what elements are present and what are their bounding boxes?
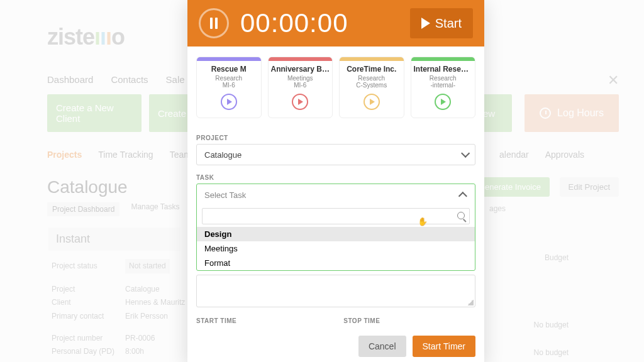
play-circle-icon[interactable] xyxy=(364,94,380,110)
start-timer-button[interactable]: Start Timer xyxy=(413,336,475,357)
play-icon xyxy=(421,18,430,29)
timer-modal: 00:00:00 Start Rescue M Research MI-6 An… xyxy=(187,0,484,362)
task-option-design[interactable]: Design xyxy=(197,227,475,241)
start-time-label: START TIME xyxy=(196,317,236,324)
start-label: Start xyxy=(435,16,462,31)
timer-bar: 00:00:00 Start xyxy=(187,0,484,47)
chevron-up-icon xyxy=(458,192,467,200)
project-select[interactable]: Catalogue xyxy=(196,144,475,165)
timer-display: 00:00:00 xyxy=(240,8,399,38)
play-circle-icon[interactable] xyxy=(292,94,308,110)
project-card-2[interactable]: CoreTime Inc. Research C-Systems xyxy=(339,57,404,118)
card-sub: Research xyxy=(199,75,258,82)
task-select[interactable]: Select Task Design Meetings Format xyxy=(196,184,475,271)
pause-icon[interactable] xyxy=(199,8,229,38)
project-card-0[interactable]: Rescue M Research MI-6 xyxy=(196,57,262,118)
task-option-format[interactable]: Format xyxy=(197,256,475,270)
chevron-down-icon xyxy=(461,149,470,158)
resize-handle-icon[interactable] xyxy=(467,299,474,305)
card-sub: Research xyxy=(342,75,401,82)
play-circle-icon[interactable] xyxy=(435,94,451,110)
task-option-meetings[interactable]: Meetings xyxy=(197,241,475,256)
card-sub2: -internal- xyxy=(414,82,473,89)
card-sub: Research xyxy=(414,75,473,82)
project-select-value: Catalogue xyxy=(204,150,242,160)
play-circle-icon[interactable] xyxy=(221,94,237,110)
project-card-3[interactable]: Internal Research... Research -internal- xyxy=(411,57,476,118)
card-sub2: C-Systems xyxy=(342,82,401,89)
start-button[interactable]: Start xyxy=(410,8,473,38)
card-title: CoreTime Inc. xyxy=(342,65,401,74)
recent-projects-row: Rescue M Research MI-6 Anniversary Book … xyxy=(187,47,484,128)
notes-textarea[interactable] xyxy=(196,275,475,307)
task-options-list: Design Meetings Format xyxy=(197,227,475,270)
card-title: Internal Research... xyxy=(414,65,473,74)
search-icon xyxy=(457,212,465,219)
card-sub2: MI-6 xyxy=(271,82,330,89)
project-field-label: PROJECT xyxy=(196,134,475,141)
task-search-input[interactable] xyxy=(202,208,470,224)
project-card-1[interactable]: Anniversary Book Meetings MI-6 xyxy=(268,57,333,118)
card-title: Anniversary Book xyxy=(271,65,330,74)
cursor-icon: ✋ xyxy=(418,217,428,226)
card-sub2: MI-6 xyxy=(199,82,258,89)
card-title: Rescue M xyxy=(199,65,258,74)
modal-footer: Cancel Start Timer xyxy=(187,327,484,362)
task-field-label: TASK xyxy=(196,174,475,181)
stop-time-label: STOP TIME xyxy=(343,317,380,324)
task-select-placeholder: Select Task xyxy=(204,190,246,200)
cancel-button[interactable]: Cancel xyxy=(358,336,406,357)
card-sub: Meetings xyxy=(271,75,330,82)
